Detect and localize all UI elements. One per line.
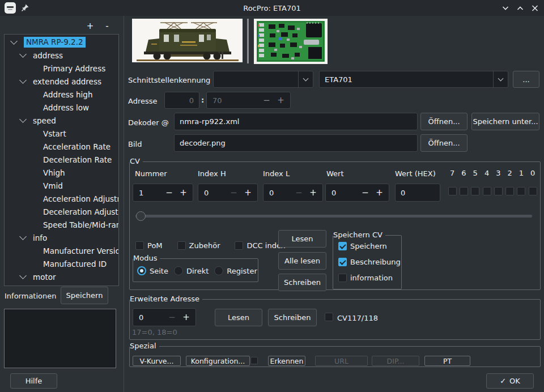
radio-direkt[interactable] xyxy=(174,266,183,275)
chevron-down-icon[interactable] xyxy=(19,272,27,279)
minus-button[interactable]: − xyxy=(165,312,179,322)
cv-value-slider-handle[interactable] xyxy=(136,211,146,221)
save-as-button[interactable]: Speichern unter... xyxy=(471,113,539,130)
minus-button[interactable]: − xyxy=(292,188,306,198)
maximize-icon[interactable] xyxy=(517,5,524,11)
information-textarea[interactable] xyxy=(4,309,116,368)
radio-label: Direkt xyxy=(186,267,209,275)
extended-address-spinner[interactable]: 0 − + xyxy=(133,308,196,326)
tree-item[interactable]: Address low xyxy=(5,101,118,114)
radio-register[interactable] xyxy=(214,266,223,275)
spezial-group: Spezial V-Kurve...Konfiguration...Erkenn… xyxy=(129,346,541,367)
konfiguration-button[interactable]: Konfiguration... xyxy=(186,356,250,366)
cv-number-spinner[interactable]: 1 − + xyxy=(133,184,193,202)
more-button[interactable]: ... xyxy=(513,71,539,88)
tree-item[interactable]: Manufacturer Version xyxy=(5,244,118,257)
plus-button[interactable]: + xyxy=(306,188,320,198)
speichern-checkbox[interactable] xyxy=(338,242,347,250)
index-h-spinner[interactable]: 0 − + xyxy=(198,184,258,202)
tree-item[interactable]: speed xyxy=(5,114,118,127)
cv-value-slider-track[interactable] xyxy=(135,215,532,218)
chevron-down-icon[interactable] xyxy=(19,76,27,84)
bit-4-checkbox[interactable] xyxy=(483,187,491,195)
bit-5-checkbox[interactable] xyxy=(471,187,479,195)
v-kurve-button[interactable]: V-Kurve... xyxy=(133,356,181,366)
chevron-down-icon[interactable] xyxy=(10,37,18,45)
read-extended-address-button[interactable]: Lesen xyxy=(215,309,262,326)
cv-value-spinner[interactable]: 0 − + xyxy=(325,184,389,202)
write-cv-button[interactable]: Schreiben xyxy=(278,274,326,291)
chevron-down-icon[interactable] xyxy=(493,71,508,87)
bit-3-checkbox[interactable] xyxy=(494,187,503,195)
tree-remove-button[interactable]: - xyxy=(100,21,114,31)
tree-item[interactable]: Vmid xyxy=(5,179,118,192)
decoder-id-combo[interactable]: ETA701 xyxy=(319,71,508,88)
cv-tree: NMRA RP-9.2.2addressPrimary Addressexten… xyxy=(4,34,119,286)
open-decoder-button[interactable]: Öffnen... xyxy=(420,113,468,130)
cv117-118-checkbox[interactable] xyxy=(325,313,333,321)
spezial-checkbox[interactable] xyxy=(250,357,258,364)
tree-item[interactable]: Acceleration Rate xyxy=(5,140,118,153)
chevron-down-icon[interactable] xyxy=(19,116,27,123)
plus-button[interactable]: + xyxy=(179,312,193,322)
tree-item[interactable]: Acceleration Adjustment xyxy=(5,192,118,205)
minus-button[interactable]: − xyxy=(227,188,241,198)
minus-button[interactable]: − xyxy=(358,188,372,198)
dcc-index-checkbox[interactable] xyxy=(235,241,243,250)
chevron-down-icon[interactable] xyxy=(19,50,27,58)
tree-item-label: Vstart xyxy=(43,129,66,138)
help-button[interactable]: Hilfe xyxy=(10,373,57,389)
tree-item[interactable]: Deceleration Adjustment xyxy=(5,205,118,218)
radio-option: Seite xyxy=(137,266,168,275)
tree-item[interactable]: motor xyxy=(5,270,118,283)
extended-address-group: Erweiterte Adresse 0 − + Lesen Schreiben… xyxy=(129,299,541,340)
index-l-spinner[interactable]: 0 − + xyxy=(263,184,323,202)
decoder-file-input[interactable]: nmra-rp922.xml xyxy=(174,113,418,130)
chevron-down-icon[interactable] xyxy=(298,71,313,87)
tree-item[interactable]: Speed Table/Mid-range xyxy=(5,218,118,231)
tree-add-button[interactable]: + xyxy=(83,21,97,31)
tree-item[interactable]: Vhigh xyxy=(5,166,118,179)
interface-combo[interactable] xyxy=(213,71,313,88)
save-information-button[interactable]: Speichern xyxy=(61,287,108,304)
image-file-input[interactable]: decoder.png xyxy=(174,134,418,152)
cv-value-hex-field[interactable]: 0 xyxy=(395,184,440,202)
beschreibung-checkbox[interactable] xyxy=(338,258,347,266)
tree-item[interactable]: NMRA RP-9.2.2 xyxy=(5,36,118,49)
tree-item[interactable]: info xyxy=(5,231,118,244)
bit-1-checkbox[interactable] xyxy=(517,187,525,195)
tree-item[interactable]: Address high xyxy=(5,88,118,101)
cv117-118-label: CV117/118 xyxy=(337,313,378,322)
minus-button[interactable]: − xyxy=(162,188,176,198)
chevron-down-icon[interactable] xyxy=(19,233,27,240)
radio-seite[interactable] xyxy=(137,266,146,275)
information-checkbox[interactable] xyxy=(338,274,347,282)
plus-button[interactable]: + xyxy=(372,188,386,198)
tree-item[interactable]: Primary Address xyxy=(5,62,118,75)
plus-icon: + xyxy=(274,95,288,105)
bit-7-checkbox[interactable] xyxy=(448,187,457,195)
tree-item[interactable]: Manufactured ID xyxy=(5,257,118,270)
read-all-button[interactable]: Alle lesen xyxy=(278,252,326,270)
pom-checkbox[interactable] xyxy=(135,241,144,250)
checkbox-label: Beschreibung xyxy=(350,258,401,266)
tree-item[interactable]: Vstart xyxy=(5,127,118,140)
shade-icon[interactable] xyxy=(502,5,509,11)
plus-button[interactable]: + xyxy=(241,188,255,198)
zubehör-checkbox[interactable] xyxy=(177,241,186,250)
bit-2-checkbox[interactable] xyxy=(505,187,514,195)
pt-button[interactable]: PT xyxy=(424,356,470,366)
plus-button[interactable]: + xyxy=(176,188,190,198)
tree-item[interactable]: extended address xyxy=(5,75,118,88)
tree-item-label: Manufactured ID xyxy=(43,259,107,269)
bit-6-checkbox[interactable] xyxy=(460,187,468,195)
read-cv-button[interactable]: Lesen xyxy=(278,230,326,248)
tree-item[interactable]: address xyxy=(5,49,118,62)
open-image-button[interactable]: Öffnen... xyxy=(420,134,468,152)
write-extended-address-button[interactable]: Schreiben xyxy=(268,309,317,326)
bit-0-checkbox[interactable] xyxy=(529,187,537,195)
ok-button[interactable]: ✓ OK xyxy=(486,373,534,389)
close-icon[interactable] xyxy=(532,5,538,11)
erkennen-button[interactable]: Erkennen xyxy=(268,356,305,366)
tree-item[interactable]: Deceleration Rate xyxy=(5,153,118,166)
